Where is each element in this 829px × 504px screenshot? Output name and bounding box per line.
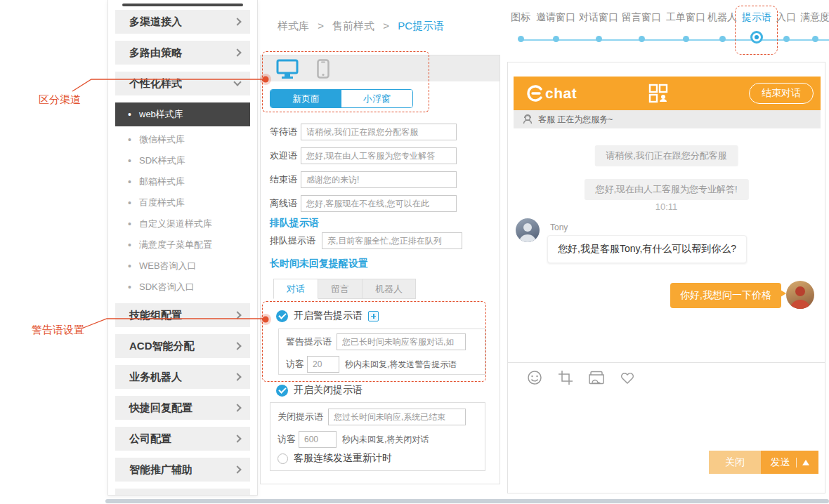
step-prompt-active[interactable]: 提示语	[742, 11, 771, 44]
desktop-icon[interactable]	[276, 59, 299, 79]
tab-leave-message[interactable]: 留言	[318, 279, 363, 299]
sidebar-item-promotion[interactable]: 智能推广辅助	[115, 458, 250, 482]
sidebar-item-label: 公司配置	[129, 432, 171, 446]
breadcrumb-separator: >	[318, 20, 324, 32]
heart-icon[interactable]	[619, 369, 636, 386]
plus-icon[interactable]	[368, 311, 379, 321]
file-image-icon[interactable]	[588, 369, 605, 386]
sidebar-subitem-web-entry[interactable]: WEB咨询入口	[108, 256, 257, 277]
sidebar-item-company[interactable]: 公司配置	[115, 427, 250, 451]
sidebar-item-label: 业务机器人	[129, 371, 182, 384]
qr-code-icon[interactable]	[648, 84, 668, 103]
step-invite-window[interactable]: 邀请窗口	[536, 11, 575, 42]
chat-header: chat 结束对话	[514, 77, 821, 110]
chevron-right-icon	[233, 18, 241, 25]
tab-dialog[interactable]: 对话	[273, 279, 318, 299]
subitem-label: 百度样式库	[139, 197, 185, 209]
step-dot	[783, 36, 790, 42]
step-robot[interactable]: 机器人	[707, 11, 737, 42]
reminder-section-title: 长时间未回复提醒设置	[270, 258, 368, 270]
step-label: 对话窗口	[579, 11, 618, 24]
tab-robot[interactable]: 机器人	[363, 279, 416, 299]
step-label: 邀请窗口	[536, 11, 575, 24]
step-icon[interactable]: 图标	[511, 11, 530, 42]
emoji-icon[interactable]	[526, 369, 543, 386]
step-entry[interactable]: 入口	[776, 11, 796, 42]
page-mode-tabs: 新页面 小浮窗	[270, 89, 413, 108]
composer-actions: 关闭 发送	[709, 451, 818, 474]
chat-preview-panel: chat 结束对话 客服 正在为您服务~ 请稍候,我们正在跟您分配客服 您好,现…	[507, 62, 825, 493]
echat-logo-text: chat	[545, 85, 577, 102]
mobile-icon[interactable]	[317, 59, 329, 79]
offline-message-label: 离线语	[270, 197, 301, 210]
sidebar-item-multichannel[interactable]: 多渠道接入	[115, 10, 250, 34]
sidebar-subitem-baidu-style[interactable]: 百度样式库	[108, 192, 257, 213]
sidebar-subitem-sdk-style[interactable]: SDK样式库	[108, 150, 257, 171]
screenshot-crop-icon[interactable]	[557, 369, 574, 386]
agent-headset-icon	[522, 114, 533, 125]
end-chat-button[interactable]: 结束对话	[749, 83, 814, 104]
sidebar-item-skillgroup[interactable]: 技能组配置	[115, 303, 250, 327]
sidebar-subitem-mail-style[interactable]: 邮箱样式库	[108, 171, 257, 192]
subitem-label: SDK咨询入口	[139, 281, 195, 293]
close-seconds-input[interactable]	[299, 431, 337, 448]
breadcrumb-separator: >	[383, 20, 389, 32]
sidebar-item-label: 个性化样式	[129, 77, 182, 91]
sidebar-item-label: 个人配置	[129, 494, 171, 496]
step-satisfaction[interactable]: 满意度	[800, 11, 829, 42]
chat-status-bar: 客服 正在为您服务~	[514, 110, 821, 128]
wait-message-input[interactable]	[301, 124, 457, 140]
end-message-input[interactable]	[301, 171, 457, 188]
system-message: 请稍候,我们正在跟您分配客服	[594, 145, 738, 166]
chat-timestamp: 10:11	[508, 201, 825, 212]
step-message-window[interactable]: 留言窗口	[622, 11, 661, 42]
step-label: 机器人	[707, 11, 737, 24]
breadcrumb-item[interactable]: 样式库	[278, 20, 309, 32]
sidebar-subitem-custom-channel-style[interactable]: 自定义渠道样式库	[108, 213, 257, 234]
warning-message-label: 警告提示语	[286, 336, 337, 348]
sidebar-subitem-sdk-entry[interactable]: SDK咨询入口	[108, 277, 257, 298]
warning-seconds-input[interactable]	[307, 356, 339, 373]
close-chat-button[interactable]: 关闭	[709, 451, 761, 474]
close-message-input[interactable]	[328, 409, 466, 425]
breadcrumb-item[interactable]: 售前样式	[332, 20, 374, 32]
sidebar-item-personal[interactable]: 个人配置	[115, 489, 250, 496]
sidebar-item-label: 快捷回复配置	[129, 402, 192, 415]
close-message-label: 关闭提示语	[278, 411, 328, 423]
offline-message-input[interactable]	[301, 195, 457, 212]
chevron-right-icon	[233, 404, 241, 411]
send-options-arrow-icon[interactable]	[802, 460, 809, 465]
sidebar-item-custom-style[interactable]: 个性化样式	[115, 72, 250, 95]
step-label: 入口	[776, 11, 796, 24]
sidebar-item-routing[interactable]: 多路由策略	[115, 41, 250, 65]
sidebar-item-label: 智能推广辅助	[129, 463, 192, 477]
warning-enable-checkbox[interactable]	[276, 310, 288, 322]
chevron-right-icon	[233, 48, 241, 56]
tab-float-window[interactable]: 小浮窗	[341, 90, 412, 107]
step-label: 提示语	[742, 11, 771, 24]
welcome-message-input[interactable]	[301, 147, 457, 164]
echat-logo: chat	[526, 84, 577, 102]
reset-timer-radio[interactable]	[278, 453, 288, 464]
sidebar-subitem-web-style[interactable]: web样式库	[115, 102, 250, 126]
visitor-avatar	[786, 281, 814, 309]
tab-new-page[interactable]: 新页面	[270, 90, 341, 107]
step-ticket-window[interactable]: 工单窗口	[666, 11, 705, 42]
sidebar-subitem-satisfaction-menu[interactable]: 满意度子菜单配置	[108, 234, 257, 256]
close-enable-checkbox[interactable]	[276, 385, 288, 397]
queue-message-input[interactable]	[322, 232, 462, 249]
device-switch-bar	[261, 55, 500, 81]
sidebar-subitem-wechat-style[interactable]: 微信样式库	[108, 129, 257, 150]
chevron-right-icon	[233, 465, 241, 473]
reminder-tabs: 对话 留言 机器人	[273, 279, 416, 299]
sidebar-item-acd[interactable]: ACD智能分配	[115, 334, 250, 358]
horizontal-scrollbar[interactable]	[105, 499, 829, 503]
prompt-settings-panel: 新页面 小浮窗 等待语 欢迎语 结束语 离线语 排队提示语 排队提示语 长时间未…	[260, 55, 500, 484]
step-chat-window[interactable]: 对话窗口	[579, 11, 618, 42]
sidebar-item-quick-reply[interactable]: 快捷回复配置	[115, 396, 250, 420]
warning-message-input[interactable]	[337, 333, 466, 350]
send-button[interactable]: 发送	[761, 451, 818, 474]
subitem-label: web样式库	[139, 108, 183, 121]
sidebar-item-label: 多路由策略	[129, 46, 182, 60]
sidebar-item-robot[interactable]: 业务机器人	[115, 365, 250, 389]
